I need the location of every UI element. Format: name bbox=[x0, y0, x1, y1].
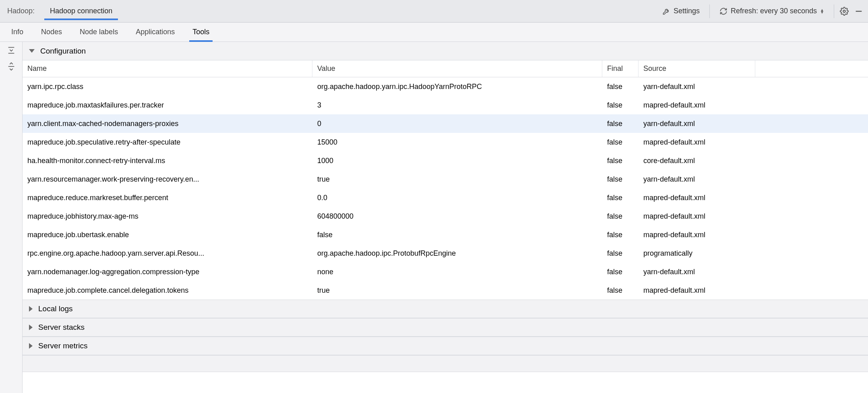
cell-name: yarn.ipc.rpc.class bbox=[23, 83, 312, 91]
configuration-table: Name Value Final Source yarn.ipc.rpc.cla… bbox=[23, 60, 868, 300]
section-empty bbox=[23, 355, 868, 372]
section-server-metrics[interactable]: Server metrics bbox=[23, 337, 868, 355]
table-row[interactable]: yarn.resourcemanager.work-preserving-rec… bbox=[23, 170, 868, 188]
cell-value: true bbox=[312, 175, 602, 184]
tab-bar: Info Nodes Node labels Applications Tool… bbox=[0, 23, 868, 42]
chevron-right-icon bbox=[29, 306, 33, 312]
top-bar-right: Settings Refresh: every 30 seconds ▲▼ bbox=[658, 4, 863, 18]
cell-final: false bbox=[602, 286, 639, 295]
cell-value: 15000 bbox=[312, 138, 602, 147]
cell-value: org.apache.hadoop.yarn.ipc.HadoopYarnPro… bbox=[312, 83, 602, 91]
table-row[interactable]: mapreduce.job.maxtaskfailures.per.tracke… bbox=[23, 96, 868, 114]
cell-name: mapreduce.reduce.markreset.buffer.percen… bbox=[23, 194, 312, 202]
tab-info[interactable]: Info bbox=[8, 24, 27, 40]
cell-final: false bbox=[602, 249, 639, 258]
cell-value: 3 bbox=[312, 101, 602, 110]
table-row[interactable]: mapreduce.job.complete.cancel.delegation… bbox=[23, 281, 868, 300]
refresh-button[interactable]: Refresh: every 30 seconds ▲▼ bbox=[715, 5, 828, 17]
cell-name: mapreduce.job.ubertask.enable bbox=[23, 231, 312, 239]
cell-name: mapreduce.job.speculative.retry-after-sp… bbox=[23, 138, 312, 147]
svg-point-0 bbox=[843, 10, 845, 12]
section-configuration-label: Configuration bbox=[40, 47, 86, 56]
connection-tab[interactable]: Hadoop connection bbox=[44, 4, 118, 20]
cell-source: core-default.xml bbox=[639, 157, 755, 165]
col-final[interactable]: Final bbox=[602, 60, 639, 77]
table-row[interactable]: yarn.ipc.rpc.classorg.apache.hadoop.yarn… bbox=[23, 77, 868, 96]
top-bar: Hadoop: Hadoop connection Settings Refre… bbox=[0, 0, 868, 23]
table-row[interactable]: rpc.engine.org.apache.hadoop.yarn.server… bbox=[23, 244, 868, 263]
cell-final: false bbox=[602, 83, 639, 91]
cell-source: mapred-default.xml bbox=[639, 138, 755, 147]
content-wrap: Configuration Name Value Final Source ya… bbox=[0, 42, 868, 393]
cell-source: mapred-default.xml bbox=[639, 286, 755, 295]
cell-source: mapred-default.xml bbox=[639, 194, 755, 202]
section-local-logs-label: Local logs bbox=[38, 304, 73, 313]
col-name[interactable]: Name bbox=[23, 60, 312, 77]
cell-source: mapred-default.xml bbox=[639, 212, 755, 221]
cell-final: false bbox=[602, 138, 639, 147]
separator bbox=[709, 4, 710, 18]
stepper-icon[interactable]: ▲▼ bbox=[820, 9, 824, 14]
top-bar-left: Hadoop: Hadoop connection bbox=[5, 4, 118, 19]
col-value[interactable]: Value bbox=[312, 60, 602, 77]
cell-name: mapreduce.job.maxtaskfailures.per.tracke… bbox=[23, 101, 312, 110]
separator bbox=[834, 4, 834, 18]
tab-tools[interactable]: Tools bbox=[189, 24, 213, 42]
col-source[interactable]: Source bbox=[639, 60, 755, 77]
cell-final: false bbox=[602, 101, 639, 110]
table-row[interactable]: mapreduce.job.speculative.retry-after-sp… bbox=[23, 133, 868, 151]
table-row[interactable]: ha.health-monitor.connect-retry-interval… bbox=[23, 151, 868, 170]
table-row[interactable]: mapreduce.jobhistory.max-age-ms604800000… bbox=[23, 207, 868, 225]
cell-value: org.apache.hadoop.ipc.ProtobufRpcEngine bbox=[312, 249, 602, 258]
cell-final: false bbox=[602, 120, 639, 128]
chevron-down-icon bbox=[29, 49, 35, 53]
chevron-right-icon bbox=[29, 325, 33, 330]
cell-final: false bbox=[602, 175, 639, 184]
cell-source: yarn-default.xml bbox=[639, 268, 755, 276]
gear-icon[interactable] bbox=[840, 7, 849, 16]
table-row[interactable]: mapreduce.job.ubertask.enablefalsefalsem… bbox=[23, 225, 868, 244]
refresh-label: Refresh: every 30 seconds bbox=[731, 7, 817, 15]
table-header: Name Value Final Source bbox=[23, 60, 868, 77]
section-server-metrics-label: Server metrics bbox=[38, 341, 87, 350]
tab-applications[interactable]: Applications bbox=[132, 24, 178, 40]
table-row[interactable]: mapreduce.reduce.markreset.buffer.percen… bbox=[23, 188, 868, 207]
cell-source: yarn-default.xml bbox=[639, 83, 755, 91]
cell-name: ha.health-monitor.connect-retry-interval… bbox=[23, 157, 312, 165]
settings-button[interactable]: Settings bbox=[658, 5, 704, 17]
cell-final: false bbox=[602, 231, 639, 239]
cell-name: yarn.resourcemanager.work-preserving-rec… bbox=[23, 175, 312, 184]
chevron-right-icon bbox=[29, 343, 33, 349]
cell-final: false bbox=[602, 157, 639, 165]
table-row[interactable]: yarn.client.max-cached-nodemanagers-prox… bbox=[23, 114, 868, 133]
wrench-icon bbox=[662, 7, 670, 15]
expand-all-icon[interactable] bbox=[7, 46, 16, 55]
minimize-icon[interactable] bbox=[854, 7, 863, 16]
cell-final: false bbox=[602, 268, 639, 276]
cell-name: rpc.engine.org.apache.hadoop.yarn.server… bbox=[23, 249, 312, 258]
section-server-stacks-label: Server stacks bbox=[38, 323, 85, 332]
section-server-stacks[interactable]: Server stacks bbox=[23, 318, 868, 337]
cell-value: 1000 bbox=[312, 157, 602, 165]
cell-name: mapreduce.job.complete.cancel.delegation… bbox=[23, 286, 312, 295]
section-local-logs[interactable]: Local logs bbox=[23, 300, 868, 318]
cell-value: none bbox=[312, 268, 602, 276]
cell-name: yarn.nodemanager.log-aggregation.compres… bbox=[23, 268, 312, 276]
section-configuration[interactable]: Configuration bbox=[23, 42, 868, 60]
table-row[interactable]: yarn.nodemanager.log-aggregation.compres… bbox=[23, 263, 868, 281]
table-body: yarn.ipc.rpc.classorg.apache.hadoop.yarn… bbox=[23, 77, 868, 300]
content: Configuration Name Value Final Source ya… bbox=[23, 42, 868, 393]
cell-final: false bbox=[602, 194, 639, 202]
collapse-all-icon[interactable] bbox=[7, 62, 16, 71]
tab-nodes[interactable]: Nodes bbox=[38, 24, 65, 40]
tab-node-labels[interactable]: Node labels bbox=[76, 24, 121, 40]
refresh-icon bbox=[719, 7, 727, 15]
cell-value: 0.0 bbox=[312, 194, 602, 202]
cell-source: mapred-default.xml bbox=[639, 101, 755, 110]
cell-value: false bbox=[312, 231, 602, 239]
cell-name: yarn.client.max-cached-nodemanagers-prox… bbox=[23, 120, 312, 128]
cell-final: false bbox=[602, 212, 639, 221]
gutter bbox=[0, 42, 23, 393]
cell-source: mapred-default.xml bbox=[639, 231, 755, 239]
cell-source: yarn-default.xml bbox=[639, 175, 755, 184]
